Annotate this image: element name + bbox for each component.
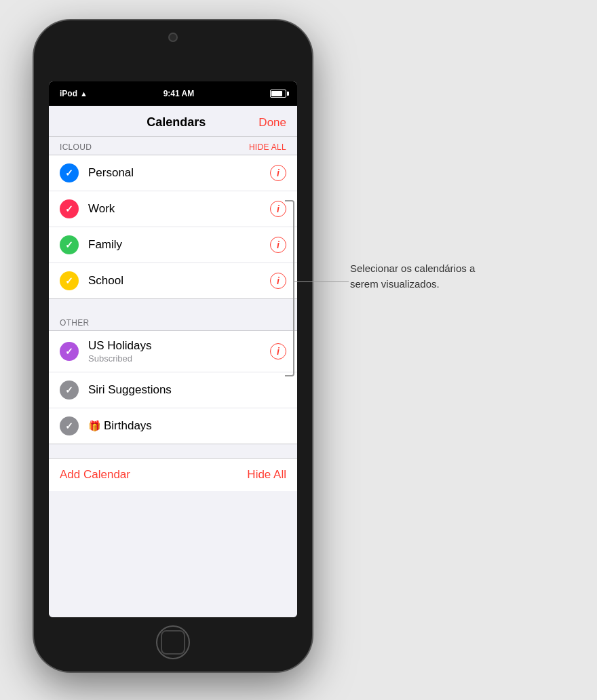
birthdays-label: 🎁Birthdays	[88, 419, 286, 433]
work-check: ✓	[60, 199, 79, 218]
battery-fill	[271, 91, 282, 96]
school-info-button[interactable]: i	[270, 273, 286, 289]
other-label: OTHER	[60, 318, 90, 328]
add-calendar-button[interactable]: Add Calendar	[60, 468, 130, 482]
status-time: 9:41 AM	[163, 89, 195, 98]
us-holidays-text: US Holidays Subscribed	[88, 339, 270, 364]
screen-content: Calendars Done ICLOUD HIDE ALL ✓ P	[49, 106, 297, 617]
battery-icon	[270, 90, 286, 98]
nav-title: Calendars	[147, 115, 206, 130]
checkmark-icon: ✓	[65, 203, 73, 214]
us-holidays-info-button[interactable]: i	[270, 343, 286, 359]
personal-label: Personal	[88, 166, 270, 180]
other-list: ✓ US Holidays Subscribed i ✓	[49, 330, 297, 444]
device-screen: iPod ▲ 9:41 AM Calendars Done	[49, 81, 297, 617]
family-label: Family	[88, 238, 270, 252]
personal-check: ✓	[60, 163, 79, 182]
checkmark-icon: ✓	[65, 275, 73, 286]
carrier-label: iPod	[60, 89, 77, 98]
school-text: School	[88, 274, 270, 288]
status-right	[270, 90, 286, 98]
annotation-line	[294, 281, 349, 282]
list-item[interactable]: ✓ US Holidays Subscribed i	[49, 331, 297, 372]
siri-label: Siri Suggestions	[88, 383, 286, 397]
checkmark-icon: ✓	[65, 168, 73, 178]
device-wrapper: iPod ▲ 9:41 AM Calendars Done	[0, 0, 597, 700]
hide-all-button[interactable]: Hide All	[247, 468, 286, 482]
annotation-text: Selecionar os calendários a serem visual…	[350, 261, 486, 292]
list-item[interactable]: ✓ Work i	[49, 191, 297, 227]
ipod-device: iPod ▲ 9:41 AM Calendars Done	[34, 20, 312, 672]
work-info-button[interactable]: i	[270, 201, 286, 217]
school-check: ✓	[60, 271, 79, 290]
checkmark-icon: ✓	[65, 385, 73, 395]
siri-text: Siri Suggestions	[88, 383, 286, 397]
gift-icon: 🎁	[88, 420, 101, 431]
work-label: Work	[88, 202, 270, 216]
work-text: Work	[88, 202, 270, 216]
list-item[interactable]: ✓ Family i	[49, 227, 297, 263]
family-info-button[interactable]: i	[270, 237, 286, 253]
icloud-section-header: ICLOUD HIDE ALL	[49, 137, 297, 155]
done-button[interactable]: Done	[258, 116, 286, 130]
us-holidays-subtitle: Subscribed	[88, 353, 270, 364]
personal-text: Personal	[88, 166, 270, 180]
home-button[interactable]	[156, 625, 190, 659]
nav-bar: Calendars Done	[49, 106, 297, 137]
family-check: ✓	[60, 235, 79, 254]
us-holidays-label: US Holidays	[88, 339, 270, 353]
status-bar: iPod ▲ 9:41 AM	[49, 81, 297, 106]
personal-info-button[interactable]: i	[270, 165, 286, 181]
checkmark-icon: ✓	[65, 346, 73, 357]
icloud-label: ICLOUD	[60, 142, 92, 152]
other-section-header: OTHER	[49, 313, 297, 330]
school-label: School	[88, 274, 270, 288]
birthdays-check: ✓	[60, 416, 79, 435]
list-item[interactable]: ✓ School i	[49, 263, 297, 298]
us-holidays-check: ✓	[60, 342, 79, 361]
icloud-list: ✓ Personal i ✓ Work	[49, 155, 297, 299]
status-left: iPod ▲	[60, 89, 88, 98]
footer-bar: Add Calendar Hide All	[49, 458, 297, 491]
checkmark-icon: ✓	[65, 239, 73, 250]
siri-check: ✓	[60, 381, 79, 400]
list-item[interactable]: ✓ 🎁Birthdays	[49, 408, 297, 444]
birthdays-text: 🎁Birthdays	[88, 419, 286, 433]
wifi-icon: ▲	[80, 90, 88, 98]
annotation-bracket	[285, 200, 294, 376]
list-item[interactable]: ✓ Siri Suggestions	[49, 372, 297, 408]
checkmark-icon: ✓	[65, 421, 73, 431]
home-button-inner	[161, 630, 185, 655]
section-gap	[49, 299, 297, 313]
list-item[interactable]: ✓ Personal i	[49, 155, 297, 191]
icloud-hide-all-button[interactable]: HIDE ALL	[249, 142, 286, 152]
family-text: Family	[88, 238, 270, 252]
front-camera	[168, 33, 178, 42]
